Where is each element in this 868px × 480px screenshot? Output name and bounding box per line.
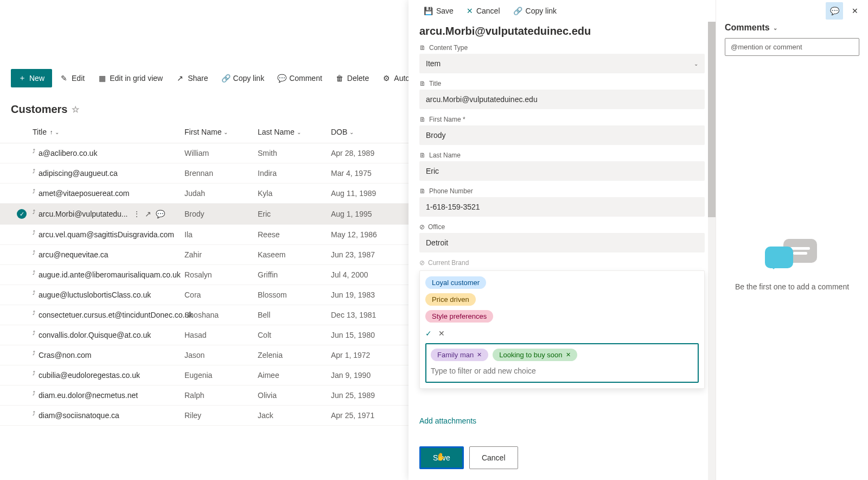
row-dob: Jun 19, 1983 [331,290,407,299]
row-title: augue@luctuslobortisClass.co.uk [39,290,151,299]
row-title: amet@vitaeposuereat.com [39,189,130,198]
row-title: arcu@nequevitae.ca [39,250,108,259]
row-dob: Apr 25, 1971 [331,411,407,420]
row-title: convallis.dolor.Quisque@at.co.uk [39,331,151,339]
row-first-name: Jason [184,351,258,359]
row-last-name: Smith [258,149,331,157]
row-last-name: Kaseem [258,250,331,259]
title-label: 🗎Title [419,80,705,87]
list-toolbar: ＋New ✎Edit ▦Edit in grid view ↗Share 🔗Co… [0,65,470,91]
row-title: arcu.Morbi@vulputatedu... [39,210,127,218]
choice-option[interactable]: Loyal customer [425,276,486,289]
row-title: arcu.vel.quam@sagittisDuisgravida.com [39,230,174,239]
comment-input[interactable]: @mention or comment [725,38,859,56]
row-dob: May 12, 1986 [331,230,407,239]
col-last-name[interactable]: Last Name⌄ [258,128,331,136]
row-dob: Mar 4, 1975 [331,169,407,178]
row-comment-icon[interactable]: 💬 [156,210,165,218]
comments-empty-icon [765,239,819,271]
item-panel: 💾Save ✕Cancel 🔗Copy link arcu.Morbi@vulp… [409,0,868,480]
row-first-name: William [184,149,258,157]
choice-option[interactable]: Style preferences [425,310,493,323]
row-last-name: Olivia [258,391,331,400]
row-first-name: Riley [184,411,258,420]
selected-chip[interactable]: Looking to buy soon ✕ [493,349,577,361]
row-share-icon[interactable]: ↗ [145,210,151,218]
chip-remove-icon[interactable]: ✕ [566,351,571,358]
row-dob: Dec 13, 1981 [331,311,407,319]
comments-pane: 💬 ✕ Comments⌄ @mention or comment Be the… [716,0,868,480]
panel-toolbar: 💾Save ✕Cancel 🔗Copy link [409,0,716,22]
row-first-name: Ila [184,230,258,239]
current-brand-label: ⊘Current Brand [419,259,705,267]
col-first-name[interactable]: First Name⌄ [184,128,258,136]
row-dob: Aug 1, 1995 [331,210,407,218]
selected-icon: ✓ [17,209,27,219]
first-name-field[interactable]: Brody [419,125,705,145]
copy-link-button[interactable]: 🔗Copy link [216,71,270,86]
row-last-name: Indira [258,169,331,178]
row-dob: Apr 1, 1972 [331,351,407,359]
row-last-name: Colt [258,331,331,339]
edit-grid-button[interactable]: ▦Edit in grid view [92,71,168,86]
add-attachments-link[interactable]: Add attachments [419,416,705,425]
choice-dropdown: Loyal customerPrice drivenStyle preferen… [419,270,705,389]
choice-filter-input[interactable] [431,364,693,377]
share-button[interactable]: ↗Share [170,71,213,86]
favorite-star-icon[interactable]: ☆ [72,104,79,115]
col-dob[interactable]: DOB⌄ [331,128,407,136]
last-name-field[interactable]: Eric [419,161,705,181]
panel-heading: arcu.Morbi@vulputateduinec.edu [419,25,705,37]
row-title: Cras@non.com [39,351,91,359]
row-last-name: Bell [258,311,331,319]
row-first-name: Rosalyn [184,270,258,279]
row-first-name: Brody [184,210,258,218]
office-field[interactable]: Detroit [419,233,705,252]
comments-empty-text: Be the first one to add a comment [735,282,849,291]
row-last-name: Griffin [258,270,331,279]
first-name-label: 🗎First Name * [419,116,705,123]
choice-confirm-icon[interactable]: ✓ [425,329,432,338]
panel-cancel-button[interactable]: ✕Cancel [462,4,505,17]
comment-button-toolbar[interactable]: 💬Comment [272,71,328,86]
row-title: diam@sociisnatoque.ca [39,411,119,420]
choice-cancel-icon[interactable]: ✕ [438,329,445,338]
comments-header[interactable]: Comments⌄ [725,23,859,33]
row-dob: Jun 25, 1989 [331,391,407,400]
form-save-button[interactable]: Save✋ [419,446,464,469]
chip-remove-icon[interactable]: ✕ [477,351,482,358]
row-dob: Aug 11, 1989 [331,189,407,198]
title-field[interactable]: arcu.Morbi@vulputateduinec.edu [419,90,705,109]
phone-field[interactable]: 1-618-159-3521 [419,197,705,217]
row-first-name: Eugenia [184,371,258,380]
row-dob: Jul 4, 2000 [331,270,407,279]
comments-toggle-icon[interactable]: 💬 [826,2,843,20]
form-cancel-button[interactable]: Cancel [469,446,518,469]
row-title: cubilia@eudoloregestas.co.uk [39,371,140,380]
last-name-label: 🗎Last Name [419,151,705,159]
panel-save-button[interactable]: 💾Save [419,4,458,17]
row-title: augue.id.ante@liberomaurisaliquam.co.uk [39,270,181,279]
col-title[interactable]: Title↑⌄ [33,128,184,136]
row-more-icon[interactable]: ⋮ [133,210,141,218]
choice-option[interactable]: Price driven [425,293,476,306]
office-label: ⊘Office [419,223,705,231]
row-title: a@aclibero.co.uk [39,149,97,157]
close-panel-icon[interactable]: ✕ [846,2,864,20]
row-last-name: Eric [258,210,331,218]
row-last-name: Jack [258,411,331,420]
delete-button[interactable]: 🗑Delete [330,71,374,86]
row-dob: Jan 9, 1990 [331,371,407,380]
new-button[interactable]: ＋New [11,69,52,87]
panel-copy-link-button[interactable]: 🔗Copy link [509,4,561,17]
row-dob: Jun 15, 1980 [331,331,407,339]
row-last-name: Kyla [258,189,331,198]
selected-chip[interactable]: Family man ✕ [431,349,488,361]
phone-label: 🗎Phone Number [419,187,705,195]
choice-input-box[interactable]: Family man ✕Looking to buy soon ✕ [425,343,699,383]
content-type-select[interactable]: Item⌄ [419,54,705,73]
row-last-name: Aimee [258,371,331,380]
row-dob: Jun 23, 1987 [331,250,407,259]
edit-button[interactable]: ✎Edit [54,71,90,86]
row-last-name: Zelenia [258,351,331,359]
